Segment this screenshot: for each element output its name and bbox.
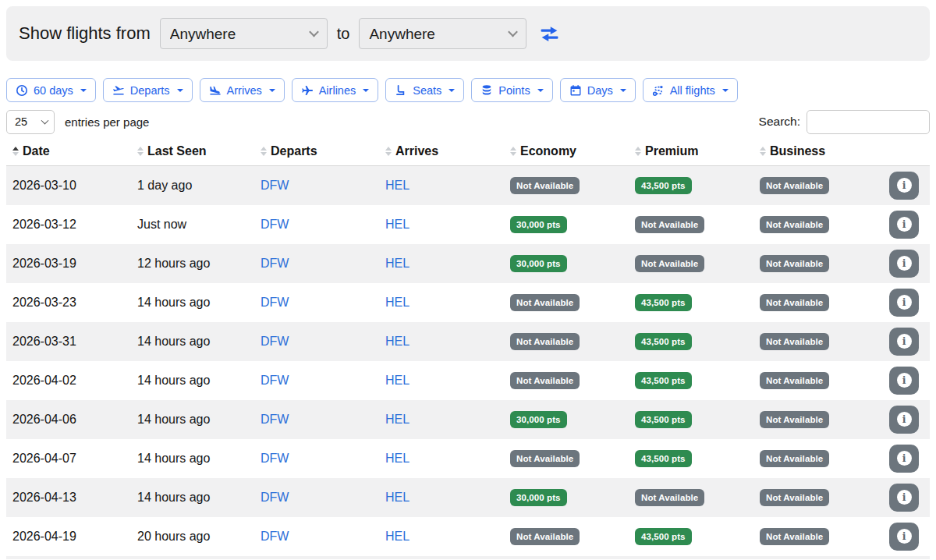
arrives-link[interactable]: HEL (385, 218, 410, 231)
last-seen-cell: 20 hours ago (131, 517, 254, 556)
next-row-partial (6, 556, 930, 559)
column-header-date[interactable]: Date (6, 139, 131, 166)
caret-down-icon (363, 89, 369, 92)
info-icon (897, 334, 912, 349)
filter-departs-button[interactable]: Departs (103, 78, 193, 102)
column-header-business[interactable]: Business (753, 139, 870, 166)
info-button[interactable] (889, 250, 919, 278)
info-button[interactable] (889, 289, 919, 317)
last-seen-cell: 14 hours ago (131, 322, 254, 361)
info-button[interactable] (889, 406, 919, 434)
caret-down-icon (620, 89, 626, 92)
date-cell: 2026-04-19 (6, 517, 131, 556)
page-size-select[interactable]: 25 (6, 110, 55, 134)
table-row: 2026-03-12 Just now DFW HEL 30,000 pts N… (6, 205, 930, 244)
info-button[interactable] (889, 328, 919, 356)
departs-link[interactable]: DFW (261, 530, 289, 543)
departs-link[interactable]: DFW (261, 413, 289, 426)
premium-badge: 43,500 pts (635, 450, 692, 467)
filter-seats-button[interactable]: Seats (385, 78, 464, 102)
table-row: 2026-04-19 20 hours ago DFW HEL Not Avai… (6, 517, 930, 556)
departs-link[interactable]: DFW (261, 179, 289, 192)
economy-badge: 30,000 pts (510, 216, 567, 233)
filter-date-range-button[interactable]: 60 days (6, 78, 96, 102)
info-icon (897, 178, 912, 193)
departs-link[interactable]: DFW (261, 491, 289, 504)
sort-arrows-icon (385, 147, 393, 156)
info-button[interactable] (889, 367, 919, 395)
info-icon (897, 373, 912, 388)
departs-link[interactable]: DFW (261, 452, 289, 465)
column-header-arrives[interactable]: Arrives (379, 139, 504, 166)
table-row: 2026-04-06 14 hours ago DFW HEL 30,000 p… (6, 400, 930, 439)
swap-route-button[interactable] (537, 23, 562, 44)
departs-link[interactable]: DFW (261, 257, 289, 270)
info-button[interactable] (889, 523, 919, 551)
arrives-link[interactable]: HEL (385, 335, 410, 348)
date-cell: 2026-04-06 (6, 400, 131, 439)
info-icon (897, 256, 912, 271)
to-label: to (337, 25, 350, 43)
business-badge: Not Available (760, 333, 829, 350)
table-header-row: Date Last Seen Departs Arrives Economy P… (6, 139, 930, 166)
filter-points-button[interactable]: Points (471, 78, 552, 102)
search-input[interactable] (807, 110, 930, 134)
premium-badge: 43,500 pts (635, 411, 692, 428)
departs-link[interactable]: DFW (261, 374, 289, 387)
filter-bar: 60 days Departs Arrives Airlines Seats (6, 78, 930, 102)
business-badge: Not Available (760, 294, 829, 311)
premium-badge: Not Available (635, 216, 704, 233)
column-header-actions (870, 139, 930, 166)
premium-badge: Not Available (635, 489, 704, 506)
departs-link[interactable]: DFW (261, 296, 289, 309)
last-seen-cell: 14 hours ago (131, 439, 254, 478)
business-badge: Not Available (760, 450, 829, 467)
business-badge: Not Available (760, 528, 829, 545)
arrives-link[interactable]: HEL (385, 296, 410, 309)
destination-select[interactable]: Anywhere (359, 18, 526, 49)
arrives-link[interactable]: HEL (385, 413, 410, 426)
arrives-link[interactable]: HEL (385, 530, 410, 543)
column-header-economy[interactable]: Economy (504, 139, 629, 166)
caret-down-icon (269, 89, 275, 92)
info-button[interactable] (889, 445, 919, 473)
route-bar-label: Show flights from (19, 23, 151, 44)
filter-days-button[interactable]: Days (560, 78, 636, 102)
last-seen-cell: 14 hours ago (131, 400, 254, 439)
info-button[interactable] (889, 211, 919, 239)
arrives-link[interactable]: HEL (385, 179, 410, 192)
premium-badge: 43,500 pts (635, 528, 692, 545)
arrives-link[interactable]: HEL (385, 491, 410, 504)
date-cell: 2026-03-19 (6, 244, 131, 283)
filter-airlines-button[interactable]: Airlines (292, 78, 379, 102)
filter-arrives-button[interactable]: Arrives (200, 78, 285, 102)
swap-horizontal-arrows-icon (539, 25, 560, 43)
economy-badge: Not Available (510, 294, 580, 311)
arrives-link[interactable]: HEL (385, 374, 410, 387)
last-seen-cell: 14 hours ago (131, 283, 254, 322)
departs-link[interactable]: DFW (261, 335, 289, 348)
arrives-link[interactable]: HEL (385, 452, 410, 465)
last-seen-cell: 12 hours ago (131, 244, 254, 283)
coins-icon (480, 84, 493, 97)
date-cell: 2026-04-02 (6, 361, 131, 400)
info-icon (897, 451, 912, 466)
caret-down-icon (177, 89, 183, 92)
sort-arrows-icon (635, 147, 643, 156)
departs-link[interactable]: DFW (261, 218, 289, 231)
origin-select[interactable]: Anywhere (160, 18, 328, 49)
premium-badge: 43,500 pts (635, 294, 692, 311)
column-header-departs[interactable]: Departs (254, 139, 379, 166)
flights-table: Date Last Seen Departs Arrives Economy P… (6, 139, 930, 556)
caret-down-icon (722, 89, 729, 92)
business-badge: Not Available (760, 411, 829, 428)
info-button[interactable] (889, 484, 919, 512)
arrives-link[interactable]: HEL (385, 257, 410, 270)
date-cell: 2026-03-23 (6, 283, 131, 322)
info-button[interactable] (889, 172, 919, 200)
column-header-last-seen[interactable]: Last Seen (131, 139, 254, 166)
date-cell: 2026-03-10 (6, 166, 131, 205)
airplane-icon (301, 84, 314, 97)
filter-all-flights-button[interactable]: All flights (643, 78, 738, 102)
column-header-premium[interactable]: Premium (629, 139, 753, 166)
